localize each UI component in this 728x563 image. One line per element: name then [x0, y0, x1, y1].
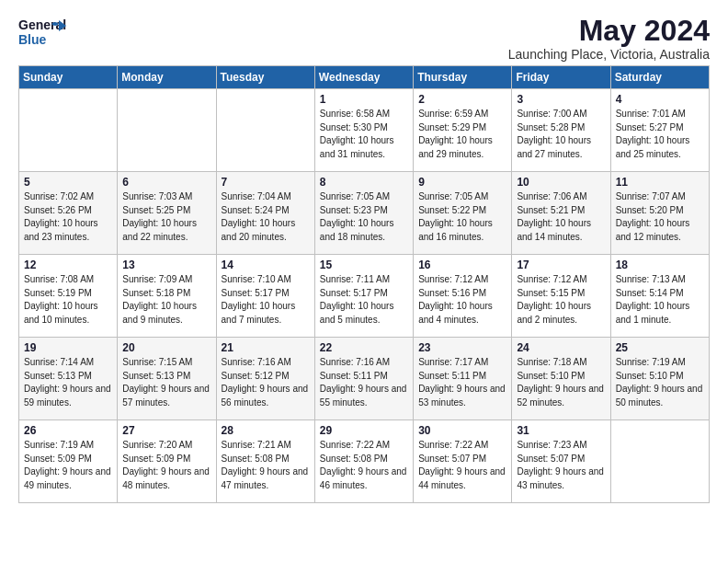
day-info: Sunrise: 7:05 AMSunset: 5:22 PMDaylight:…: [418, 190, 506, 244]
day-cell: 12Sunrise: 7:08 AMSunset: 5:19 PMDayligh…: [19, 255, 118, 338]
week-row-5: 26Sunrise: 7:19 AMSunset: 5:09 PMDayligh…: [19, 420, 710, 503]
day-number: 22: [320, 341, 408, 354]
calendar-table: Sunday Monday Tuesday Wednesday Thursday…: [18, 65, 710, 503]
day-number: 23: [418, 341, 506, 354]
header-row: Sunday Monday Tuesday Wednesday Thursday…: [19, 66, 710, 89]
col-wednesday: Wednesday: [314, 66, 413, 89]
day-number: 19: [24, 341, 112, 354]
day-number: 8: [320, 176, 408, 189]
day-info: Sunrise: 7:12 AMSunset: 5:16 PMDaylight:…: [418, 273, 506, 327]
day-info: Sunrise: 7:18 AMSunset: 5:10 PMDaylight:…: [517, 356, 605, 409]
day-cell: [216, 89, 314, 172]
week-row-4: 19Sunrise: 7:14 AMSunset: 5:13 PMDayligh…: [19, 338, 710, 420]
day-info: Sunrise: 7:14 AMSunset: 5:13 PMDaylight:…: [24, 356, 112, 409]
day-number: 10: [517, 176, 605, 189]
day-cell: 31Sunrise: 7:23 AMSunset: 5:07 PMDayligh…: [512, 420, 610, 503]
day-number: 6: [122, 176, 210, 189]
day-cell: 3Sunrise: 7:00 AMSunset: 5:28 PMDaylight…: [512, 89, 610, 172]
col-monday: Monday: [118, 66, 216, 89]
day-cell: 28Sunrise: 7:21 AMSunset: 5:08 PMDayligh…: [216, 420, 314, 503]
day-info: Sunrise: 6:59 AMSunset: 5:29 PMDaylight:…: [418, 108, 506, 161]
week-row-3: 12Sunrise: 7:08 AMSunset: 5:19 PMDayligh…: [19, 255, 710, 338]
day-cell: 22Sunrise: 7:16 AMSunset: 5:11 PMDayligh…: [314, 338, 413, 420]
day-cell: 2Sunrise: 6:59 AMSunset: 5:29 PMDaylight…: [414, 89, 512, 172]
day-info: Sunrise: 7:22 AMSunset: 5:08 PMDaylight:…: [320, 439, 408, 492]
day-number: 1: [320, 93, 408, 106]
day-cell: 9Sunrise: 7:05 AMSunset: 5:22 PMDaylight…: [414, 172, 512, 255]
day-info: Sunrise: 7:04 AMSunset: 5:24 PMDaylight:…: [222, 190, 310, 244]
day-info: Sunrise: 7:09 AMSunset: 5:18 PMDaylight:…: [122, 273, 210, 327]
day-info: Sunrise: 7:15 AMSunset: 5:13 PMDaylight:…: [122, 356, 210, 409]
day-info: Sunrise: 7:02 AMSunset: 5:26 PMDaylight:…: [24, 190, 112, 244]
day-cell: 17Sunrise: 7:12 AMSunset: 5:15 PMDayligh…: [512, 255, 610, 338]
day-cell: 29Sunrise: 7:22 AMSunset: 5:08 PMDayligh…: [314, 420, 413, 503]
day-number: 5: [24, 176, 112, 189]
day-info: Sunrise: 7:13 AMSunset: 5:14 PMDaylight:…: [616, 273, 704, 327]
day-cell: 23Sunrise: 7:17 AMSunset: 5:11 PMDayligh…: [414, 338, 512, 420]
day-cell: 13Sunrise: 7:09 AMSunset: 5:18 PMDayligh…: [118, 255, 216, 338]
day-cell: 15Sunrise: 7:11 AMSunset: 5:17 PMDayligh…: [314, 255, 413, 338]
day-info: Sunrise: 7:17 AMSunset: 5:11 PMDaylight:…: [418, 356, 506, 409]
day-number: 9: [418, 176, 506, 189]
day-cell: 11Sunrise: 7:07 AMSunset: 5:20 PMDayligh…: [610, 172, 709, 255]
logo: General Blue: [18, 15, 66, 50]
col-friday: Friday: [512, 66, 610, 89]
month-title: May 2024: [508, 15, 710, 47]
day-info: Sunrise: 7:06 AMSunset: 5:21 PMDaylight:…: [517, 190, 605, 244]
day-number: 3: [517, 93, 605, 106]
day-info: Sunrise: 7:12 AMSunset: 5:15 PMDaylight:…: [517, 273, 605, 327]
day-number: 7: [222, 176, 310, 189]
col-thursday: Thursday: [414, 66, 512, 89]
day-cell: 25Sunrise: 7:19 AMSunset: 5:10 PMDayligh…: [610, 338, 709, 420]
day-number: 26: [24, 424, 112, 437]
day-cell: [19, 89, 118, 172]
day-cell: 10Sunrise: 7:06 AMSunset: 5:21 PMDayligh…: [512, 172, 610, 255]
day-info: Sunrise: 7:05 AMSunset: 5:23 PMDaylight:…: [320, 190, 408, 244]
day-cell: [610, 420, 709, 503]
title-block: May 2024 Launching Place, Victoria, Aust…: [508, 15, 710, 62]
day-info: Sunrise: 7:03 AMSunset: 5:25 PMDaylight:…: [122, 190, 210, 244]
col-sunday: Sunday: [19, 66, 118, 89]
day-info: Sunrise: 7:19 AMSunset: 5:09 PMDaylight:…: [24, 439, 112, 492]
day-info: Sunrise: 7:22 AMSunset: 5:07 PMDaylight:…: [418, 439, 506, 492]
day-cell: 20Sunrise: 7:15 AMSunset: 5:13 PMDayligh…: [118, 338, 216, 420]
day-info: Sunrise: 7:19 AMSunset: 5:10 PMDaylight:…: [616, 356, 704, 409]
day-number: 13: [122, 259, 210, 271]
svg-text:Blue: Blue: [18, 32, 47, 47]
logo-svg: General Blue: [18, 15, 66, 50]
day-number: 29: [320, 424, 408, 437]
day-number: 28: [222, 424, 310, 437]
page: General Blue May 2024 Launching Place, V…: [0, 0, 728, 518]
day-cell: 19Sunrise: 7:14 AMSunset: 5:13 PMDayligh…: [19, 338, 118, 420]
day-cell: 14Sunrise: 7:10 AMSunset: 5:17 PMDayligh…: [216, 255, 314, 338]
day-cell: [118, 89, 216, 172]
day-info: Sunrise: 7:23 AMSunset: 5:07 PMDaylight:…: [517, 439, 605, 492]
day-cell: 26Sunrise: 7:19 AMSunset: 5:09 PMDayligh…: [19, 420, 118, 503]
day-number: 30: [418, 424, 506, 437]
day-number: 27: [122, 424, 210, 437]
day-info: Sunrise: 6:58 AMSunset: 5:30 PMDaylight:…: [320, 108, 408, 161]
day-number: 14: [222, 259, 310, 271]
week-row-2: 5Sunrise: 7:02 AMSunset: 5:26 PMDaylight…: [19, 172, 710, 255]
day-info: Sunrise: 7:00 AMSunset: 5:28 PMDaylight:…: [517, 108, 605, 161]
day-cell: 21Sunrise: 7:16 AMSunset: 5:12 PMDayligh…: [216, 338, 314, 420]
day-number: 11: [616, 176, 704, 189]
day-info: Sunrise: 7:11 AMSunset: 5:17 PMDaylight:…: [320, 273, 408, 327]
day-info: Sunrise: 7:21 AMSunset: 5:08 PMDaylight:…: [222, 439, 310, 492]
col-saturday: Saturday: [610, 66, 709, 89]
header: General Blue May 2024 Launching Place, V…: [18, 15, 710, 62]
day-cell: 4Sunrise: 7:01 AMSunset: 5:27 PMDaylight…: [610, 89, 709, 172]
day-info: Sunrise: 7:16 AMSunset: 5:11 PMDaylight:…: [320, 356, 408, 409]
day-info: Sunrise: 7:20 AMSunset: 5:09 PMDaylight:…: [122, 439, 210, 492]
day-number: 25: [616, 341, 704, 354]
day-info: Sunrise: 7:07 AMSunset: 5:20 PMDaylight:…: [616, 190, 704, 244]
day-cell: 24Sunrise: 7:18 AMSunset: 5:10 PMDayligh…: [512, 338, 610, 420]
day-cell: 7Sunrise: 7:04 AMSunset: 5:24 PMDaylight…: [216, 172, 314, 255]
day-number: 24: [517, 341, 605, 354]
day-info: Sunrise: 7:10 AMSunset: 5:17 PMDaylight:…: [222, 273, 310, 327]
day-number: 2: [418, 93, 506, 106]
day-number: 18: [616, 259, 704, 271]
day-number: 16: [418, 259, 506, 271]
day-number: 31: [517, 424, 605, 437]
location-title: Launching Place, Victoria, Australia: [508, 47, 710, 62]
